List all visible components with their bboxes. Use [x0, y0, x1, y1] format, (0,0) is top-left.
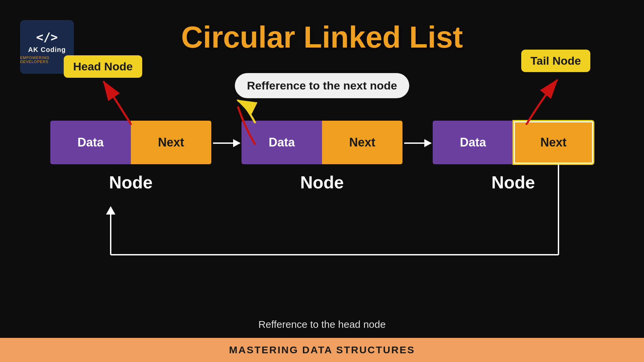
node-3-box: Data Next	[433, 121, 594, 164]
node-3: Data Next Node	[433, 121, 594, 192]
node-1: Data Next Node	[50, 121, 211, 192]
node-1-box: Data Next	[50, 121, 211, 164]
node-2-label: Node	[300, 172, 344, 192]
svg-marker-6	[106, 206, 115, 215]
node-1-label: Node	[109, 172, 153, 192]
bottom-bar-text: Mastering Data Structures	[229, 344, 415, 356]
node-3-next: Next	[513, 121, 594, 164]
arrow-2-3	[404, 142, 431, 144]
node-2-data: Data	[241, 121, 322, 164]
ref-next-label: Refference to the next node	[235, 73, 409, 98]
node-2: Data Next Node	[241, 121, 402, 192]
tail-node-label: Tail Node	[521, 50, 591, 72]
node-2-box: Data Next	[241, 121, 402, 164]
node-1-next: Next	[131, 121, 211, 164]
nodes-container: Data Next Node Data Next Node Data Next …	[50, 121, 594, 192]
ref-head-text: Refference to the head node	[258, 319, 386, 330]
node-1-data: Data	[50, 121, 131, 164]
bottom-bar: Mastering Data Structures	[0, 338, 644, 362]
arrow-1-2	[213, 142, 240, 144]
head-node-label: Head Node	[64, 55, 142, 78]
node-3-data: Data	[433, 121, 513, 164]
node-3-label: Node	[491, 172, 535, 192]
node-2-next: Next	[322, 121, 402, 164]
